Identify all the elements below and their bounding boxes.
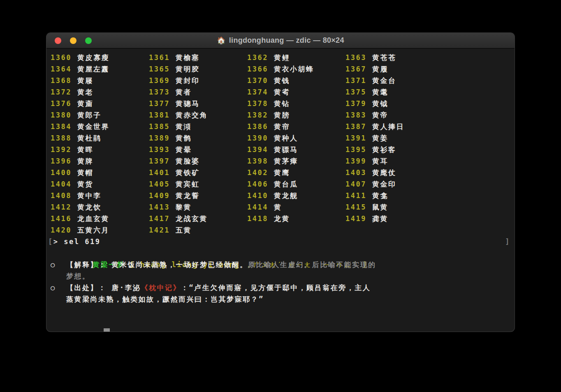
word-list-entry: 1391黄姜	[345, 132, 444, 144]
entry-number: 1372	[51, 88, 72, 96]
explanation-secondary-wrap: 梦想。	[66, 272, 90, 280]
source-line-1: 【出处】： 唐·李泌《枕中记》：“卢生欠伸而寤，见方偃于邸中，顾吕翁在旁，主人	[66, 282, 510, 293]
entry-word: 黄麾仗	[372, 168, 396, 177]
entry-word: 黄种人	[274, 134, 298, 142]
entry-number: 1382	[247, 111, 268, 119]
entry-number: 1377	[149, 99, 170, 108]
word-list-entry: 1395黄衫客	[345, 144, 444, 155]
explanation-text: 【解释】： 黄米饭尚未蒸熟，一场好梦已经做醒。原比喻人生虚幻。后比喻不能实现的 …	[66, 259, 510, 282]
word-list-row: 1380黄郎子1381黄赤交角1382黄牓1383黄帝	[51, 109, 510, 121]
entry-word: 黄鲤	[274, 53, 290, 62]
titlebar[interactable]: 🏠lingdonghuang — zdic — 80×24	[46, 33, 515, 48]
entry-word: 黄榆塞	[176, 53, 200, 62]
entry-number: 1360	[51, 53, 72, 62]
word-list: 1360黄皮寡瘦1361黄榆塞1362黄鲤1363黄苍苍1364黄屋左纛1365…	[51, 52, 510, 236]
entry-number: 1387	[345, 122, 366, 131]
entry-number: 1404	[51, 180, 72, 188]
entry-word: 黄赤交角	[176, 111, 208, 119]
word-list-entry: 1378黄钻	[247, 98, 345, 109]
word-list-row: 1360黄皮寡瘦1361黄榆塞1362黄鲤1363黄苍苍	[51, 52, 510, 63]
entry-number: 1410	[247, 191, 268, 200]
left-bracket: [	[48, 238, 53, 246]
word-list-entry: 1405黄宾虹	[149, 178, 247, 190]
entry-number: 1391	[345, 134, 366, 142]
entry-word: 黄澒	[176, 122, 192, 131]
entry-word: 黄龙誓	[176, 191, 200, 200]
entry-word: 黄履	[372, 65, 388, 73]
entry-word: 黄皮寡瘦	[77, 53, 109, 62]
traffic-lights	[55, 37, 92, 44]
entry-number: 1411	[345, 191, 366, 200]
entry-word: 黄龛	[372, 191, 388, 200]
word-list-entry: 1403黄麾仗	[345, 167, 444, 178]
entry-number: 1406	[247, 180, 268, 188]
word-list-row: 1388黄杜鹃1389黄鹘1390黄种人1391黄姜	[51, 132, 510, 144]
explanation-primary: 黄米饭尚未蒸熟，一场好梦已经做醒。	[111, 261, 248, 269]
entry-word: 黄齑	[77, 99, 93, 108]
explanation-line-2: 梦想。	[66, 270, 510, 282]
prompt-symbol: >	[93, 330, 98, 332]
terminal-content[interactable]: 1360黄皮寡瘦1361黄榆塞1362黄鲤1363黄苍苍1364黄屋左纛1365…	[46, 48, 515, 332]
close-button[interactable]	[55, 37, 61, 44]
entry-number: 1414	[247, 203, 268, 211]
word-list-entry: 1416龙血玄黄	[51, 213, 149, 224]
entry-word: 龚黄	[372, 214, 388, 223]
entry-number: 1376	[51, 99, 72, 108]
word-list-entry: 1370黄钱	[247, 75, 345, 86]
entry-word: 黄耄	[372, 88, 388, 96]
word-list-row: 1404黄货1405黄宾虹1406黄台瓜1407黄金印	[51, 178, 510, 190]
entry-word: 黄耇	[274, 88, 290, 96]
word-list-entry: 1390黄种人	[247, 132, 345, 144]
word-list-entry: 1387黄人捧日	[345, 121, 444, 132]
word-list-entry: 1411黄龛	[345, 190, 444, 201]
word-list-row: 1384黄金世界1385黄澒1386黄帘1387黄人捧日	[51, 121, 510, 132]
entry-number: 1413	[149, 203, 170, 211]
definition-explanation: ○ 【解释】： 黄米饭尚未蒸熟，一场好梦已经做醒。原比喻人生虚幻。后比喻不能实现…	[51, 259, 510, 282]
entry-word: 黄钺	[372, 99, 388, 108]
entry-number: 1388	[51, 134, 72, 142]
word-list-row: 1376黄齑1377黄骢马1378黄钻1379黄钺	[51, 98, 510, 109]
entry-word: 黄台瓜	[274, 180, 298, 188]
word-list-entry: 1389黄鹘	[149, 132, 247, 144]
entry-word: 黄耳	[372, 157, 388, 165]
word-list-entry: 1360黄皮寡瘦	[51, 52, 149, 63]
word-list-entry: 1396黄牌	[51, 155, 149, 167]
word-list-entry: 1420五黄六月	[51, 224, 149, 236]
entry-number: 1420	[51, 226, 72, 234]
entry-number: 1416	[51, 214, 72, 223]
entry-word: 黄铁矿	[176, 168, 200, 177]
entry-number: 1401	[149, 168, 170, 177]
word-list-row: 1372黄老1373黄者1374黄耇1375黄耄	[51, 86, 510, 98]
word-list-entry: 1418龙黄	[247, 213, 345, 224]
command-line-left: [> sel 619	[48, 236, 100, 247]
entry-word: 黄货	[77, 180, 93, 188]
minimize-button[interactable]	[70, 37, 76, 44]
entry-word: 黄屋左纛	[77, 65, 109, 73]
entry-word: 黄金台	[372, 76, 396, 85]
entry-word: 鼠黄	[372, 203, 388, 211]
word-list-entry: 1373黄者	[149, 86, 247, 98]
entry-number: 1403	[345, 168, 366, 177]
word-list-entry: 1386黄帘	[247, 121, 345, 132]
word-list-entry: 1367黄履	[345, 63, 444, 75]
right-bracket: ]	[505, 236, 510, 247]
word-list-row: 1416龙血玄黄1417龙战玄黄1418龙黄1419龚黄	[51, 213, 510, 224]
entry-number: 1385	[149, 122, 170, 131]
entry-number: 1362	[247, 53, 268, 62]
word-list-row: 1412黄龙饮1413黎黄1414黄1415鼠黄	[51, 201, 510, 213]
entry-word: 黄钱	[274, 76, 290, 85]
word-list-entry: 1361黄榆塞	[149, 52, 247, 63]
entry-number: 1378	[247, 99, 268, 108]
word-list-entry: 1400黄帽	[51, 167, 149, 178]
entry-word: 黄骠马	[274, 145, 298, 154]
word-list-row: 1396黄牌1397黄脸婆1398黄茅瘴1399黄耳	[51, 155, 510, 167]
command-text: > sel 619	[53, 238, 101, 246]
fullscreen-button[interactable]	[85, 37, 92, 44]
word-list-entry: 1362黄鲤	[247, 52, 345, 63]
desktop-background: 🏠lingdonghuang — zdic — 80×24 1360黄皮寡瘦13…	[0, 0, 561, 392]
text-cursor[interactable]	[104, 328, 110, 332]
entry-number: 1367	[345, 65, 366, 73]
entry-number: 1390	[247, 134, 268, 142]
entry-word: 黄封印	[176, 76, 200, 85]
entry-number: 1408	[51, 191, 72, 200]
